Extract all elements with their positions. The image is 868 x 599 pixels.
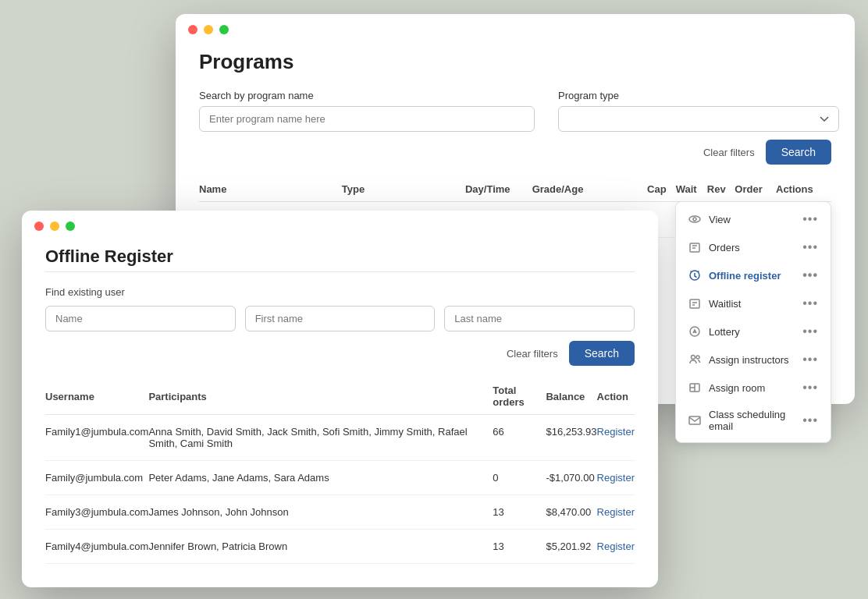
register-filter-actions: Clear filters Search <box>45 341 635 366</box>
menu-dots[interactable]: ••• <box>802 240 818 254</box>
menu-item-label: Offline register <box>709 270 781 282</box>
svg-point-7 <box>696 356 699 359</box>
cell-balance: $8,470.00 <box>546 495 596 530</box>
clear-filters-link[interactable]: Clear filters <box>703 147 755 158</box>
table-row: Family3@jumbula.com James Johnson, John … <box>45 495 635 530</box>
col-participants: Participants <box>148 378 493 415</box>
cell-action[interactable]: Register <box>597 415 635 461</box>
cell-balance: $5,201.92 <box>546 530 596 564</box>
eye-icon <box>688 213 701 225</box>
menu-item-label: View <box>709 214 731 225</box>
register-link[interactable]: Register <box>597 426 635 438</box>
register-link[interactable]: Register <box>597 541 635 552</box>
close-dot[interactable] <box>188 25 197 34</box>
cell-participants: James Johnson, John Johnson <box>148 495 493 530</box>
register-title: Offline Register <box>45 246 635 267</box>
cell-username: Family4@jumbula.com <box>45 530 148 564</box>
cell-action[interactable]: Register <box>597 461 635 495</box>
col-cap: Cap <box>647 177 676 202</box>
menu-item-lottery[interactable]: Lottery••• <box>676 317 831 346</box>
program-type-select[interactable] <box>558 106 839 132</box>
cell-action[interactable]: Register <box>597 495 635 530</box>
orders-icon <box>688 241 701 253</box>
room-icon <box>688 381 701 394</box>
menu-item-assign-room[interactable]: Assign room••• <box>676 374 831 402</box>
col-wait: Wait <box>676 177 707 202</box>
users-table: Username Participants Total orders Balan… <box>45 378 635 564</box>
instructors-icon <box>688 353 701 366</box>
svg-rect-9 <box>689 416 700 424</box>
menu-dots[interactable]: ••• <box>802 353 818 367</box>
col-username: Username <box>45 378 148 415</box>
menu-item-label: Class scheduling email <box>709 409 795 432</box>
col-action: Action <box>597 378 635 415</box>
waitlist-icon <box>688 297 701 310</box>
menu-item-label: Assign instructors <box>709 354 789 366</box>
minimize-dot[interactable] <box>204 25 213 34</box>
menu-item-class-scheduling-email[interactable]: Class scheduling email••• <box>676 402 831 439</box>
register-clear-filters[interactable]: Clear filters <box>507 348 558 360</box>
col-rev: Rev <box>707 177 735 202</box>
col-total-orders: Total orders <box>493 378 546 415</box>
menu-item-orders[interactable]: Orders••• <box>676 233 831 261</box>
register-window: Offline Register Find existing user Clea… <box>22 211 658 587</box>
program-name-label: Search by program name <box>199 90 535 101</box>
search-button[interactable]: Search <box>766 140 831 165</box>
svg-point-1 <box>693 218 696 221</box>
maximize-dot[interactable] <box>219 25 229 34</box>
programs-search-row: Search by program name Program type <box>199 90 831 132</box>
programs-filter-actions: Clear filters Search <box>199 140 831 165</box>
menu-item-label: Orders <box>709 242 740 253</box>
menu-item-offline-register[interactable]: Offline register••• <box>676 261 831 289</box>
menu-item-view[interactable]: View••• <box>676 205 831 233</box>
table-row: Family4@jumbula.com Jennifer Brown, Patr… <box>45 530 635 564</box>
name-input[interactable] <box>45 306 236 331</box>
menu-dots[interactable]: ••• <box>802 413 818 427</box>
menu-dots[interactable]: ••• <box>802 324 818 338</box>
cell-balance: $16,253.93 <box>546 415 596 461</box>
offline-icon <box>688 269 701 282</box>
lottery-icon <box>688 325 701 338</box>
cell-total-orders: 0 <box>493 461 546 495</box>
cell-participants: Anna Smith, David Smith, Jack Smith, Sof… <box>148 415 493 461</box>
col-order: Order <box>735 177 776 202</box>
close-dot[interactable] <box>34 222 44 231</box>
cell-action[interactable]: Register <box>597 530 635 564</box>
actions-dropdown: View•••Orders•••Offline register•••Waitl… <box>675 201 831 443</box>
minimize-dot[interactable] <box>50 222 59 231</box>
col-balance: Balance <box>546 378 596 415</box>
program-name-input[interactable] <box>199 106 535 132</box>
cell-total-orders: 13 <box>493 495 546 530</box>
page-title: Programs <box>199 50 831 74</box>
menu-item-waitlist[interactable]: Waitlist••• <box>676 289 831 317</box>
user-search-fields <box>45 306 635 331</box>
register-titlebar <box>22 211 658 239</box>
last-name-input[interactable] <box>444 306 635 331</box>
register-link[interactable]: Register <box>597 506 635 518</box>
col-grade: Grade/Age <box>532 177 647 202</box>
menu-dots[interactable]: ••• <box>802 212 818 226</box>
programs-titlebar <box>176 14 855 42</box>
svg-point-5 <box>690 327 699 336</box>
program-type-label: Program type <box>558 90 839 101</box>
svg-point-0 <box>689 216 700 222</box>
maximize-dot[interactable] <box>66 222 75 231</box>
menu-dots[interactable]: ••• <box>802 268 818 282</box>
program-type-field-group: Program type <box>558 90 839 132</box>
table-row: Family1@jumbula.com Anna Smith, David Sm… <box>45 415 635 461</box>
menu-item-label: Lottery <box>709 326 740 338</box>
table-row: Family@jumbula.com Peter Adams, Jane Ada… <box>45 461 635 495</box>
menu-dots[interactable]: ••• <box>802 381 818 395</box>
menu-dots[interactable]: ••• <box>802 296 818 310</box>
cell-total-orders: 66 <box>493 415 546 461</box>
svg-rect-4 <box>690 300 699 308</box>
register-search-button[interactable]: Search <box>569 341 635 366</box>
col-actions: Actions <box>776 177 831 202</box>
register-link[interactable]: Register <box>597 472 635 484</box>
col-name: Name <box>199 177 342 202</box>
cell-username: Family@jumbula.com <box>45 461 148 495</box>
cell-username: Family3@jumbula.com <box>45 495 148 530</box>
svg-point-6 <box>692 356 695 360</box>
first-name-input[interactable] <box>245 306 436 331</box>
menu-item-assign-instructors[interactable]: Assign instructors••• <box>676 346 831 374</box>
